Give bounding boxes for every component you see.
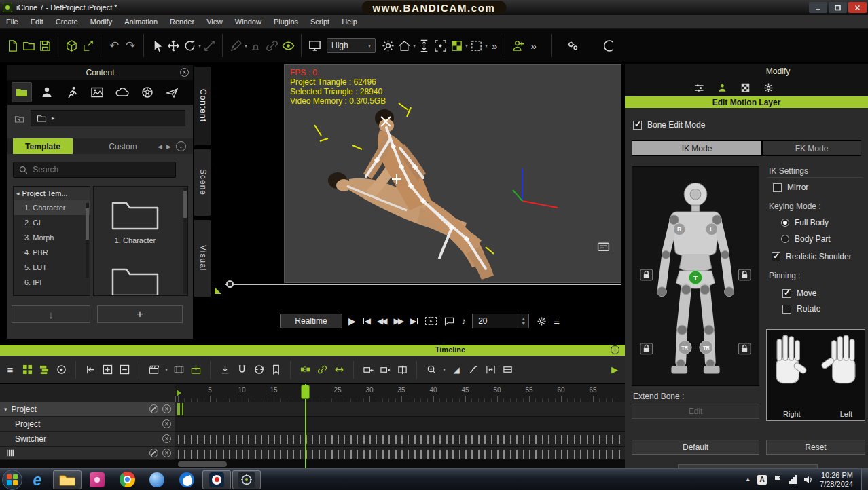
audio-note-icon[interactable]: ♪ (461, 316, 466, 326)
ime-indicator[interactable]: A (757, 475, 767, 485)
split-clip-icon[interactable] (396, 364, 408, 376)
thumbnail-scrollbar[interactable] (183, 188, 187, 294)
track-close-icon[interactable]: × (162, 434, 171, 443)
taskbar-explorer-icon[interactable] (53, 470, 82, 489)
tab-scroll-right-icon[interactable]: ▶ (164, 143, 173, 150)
side-tab-scene[interactable]: Scene (194, 149, 212, 216)
material-picker-icon[interactable] (448, 37, 465, 54)
tree-item-character[interactable]: 1. Character (14, 200, 90, 215)
tree-root[interactable]: ◂ Project Tem... (14, 187, 90, 200)
panel-resize-handle[interactable] (215, 287, 221, 294)
speed-curve-icon[interactable] (467, 364, 480, 376)
taskbar-clock[interactable]: 10:26 PM 7/28/2024 (820, 471, 853, 489)
side-tab-content[interactable]: Content (194, 66, 212, 146)
rotate-tool-icon[interactable] (181, 37, 198, 54)
project-content-icon[interactable] (12, 82, 32, 102)
torso-marker[interactable]: T (689, 271, 702, 284)
scrub-track[interactable] (225, 284, 621, 285)
taskbar-iclone-icon[interactable] (232, 470, 261, 489)
select-tool-icon[interactable] (149, 37, 165, 54)
clapper-caret[interactable]: ▾ (165, 366, 168, 373)
shoulder-marker-right[interactable]: R (673, 223, 685, 235)
timeline-add-icon[interactable]: + (611, 345, 619, 354)
maximize-button[interactable] (829, 2, 847, 13)
menu-file[interactable]: File (0, 18, 24, 26)
folder-up-icon[interactable] (13, 113, 25, 125)
atmosphere-content-icon[interactable] (112, 82, 132, 102)
film-strip-icon[interactable] (173, 364, 185, 376)
track-content[interactable] (175, 402, 625, 417)
play-button[interactable]: ▶ (348, 316, 356, 326)
content-panel-header[interactable]: Content × (7, 65, 193, 80)
shoulder-marker-left[interactable]: L (706, 223, 718, 235)
taskbar-thunderbird-icon[interactable] (173, 470, 201, 489)
menu-render[interactable]: Render (164, 18, 200, 26)
side-tab-visual[interactable]: Visual (194, 219, 212, 297)
link-tool-icon[interactable] (264, 37, 280, 54)
show-desktop-button[interactable] (861, 469, 868, 490)
gizmo-box-icon[interactable] (468, 37, 484, 54)
track-mute-icon[interactable] (149, 404, 158, 413)
tree-scrollbar[interactable] (86, 203, 89, 278)
taskbar-ie-icon[interactable]: e (23, 470, 52, 489)
zoom-timeline-icon[interactable] (425, 364, 437, 376)
track-layers-icon[interactable] (38, 364, 50, 376)
toolbar-overflow-chevron[interactable]: » (492, 40, 496, 52)
dope-sheet-icon[interactable] (55, 364, 67, 376)
body-part-radio[interactable] (781, 235, 789, 243)
full-body-row[interactable]: Full Body (781, 218, 829, 227)
tab-collapse-icon[interactable]: ⌄ (176, 141, 186, 151)
viewport-3d[interactable]: FPS : 0. Project Triangle : 62496 Select… (284, 64, 621, 283)
tree-item-lut[interactable]: 5. LUT (14, 260, 90, 275)
new-project-icon[interactable] (4, 37, 20, 54)
actor-modify-icon[interactable] (716, 81, 728, 94)
stamp-tool-icon[interactable] (247, 37, 264, 54)
frame-value[interactable]: 20 (473, 314, 518, 328)
taskbar-photo-app-icon[interactable] (83, 470, 111, 489)
checker-flag-icon[interactable] (739, 81, 751, 94)
gizmo-dropdown-caret[interactable]: ▾ (485, 43, 488, 49)
track-content[interactable] (175, 417, 625, 432)
menu-help[interactable]: Help (336, 18, 363, 26)
extend-bone-edit-button[interactable]: Edit (632, 404, 759, 419)
collect-clip-icon[interactable] (189, 364, 202, 376)
scale-tool-icon[interactable] (201, 37, 217, 54)
track-list-icon[interactable]: ≡ (4, 364, 16, 376)
full-body-radio[interactable] (781, 219, 789, 227)
modify-panel-header[interactable]: Modify (625, 64, 868, 79)
ik-mode-tab[interactable]: IK Mode (632, 140, 762, 156)
zoom-caret[interactable]: ▾ (443, 366, 446, 373)
action-center-flag-icon[interactable] (774, 475, 782, 484)
menu-window[interactable]: Window (229, 18, 268, 26)
lock-icon[interactable] (738, 343, 751, 354)
search-box[interactable] (13, 162, 176, 178)
reset-button[interactable]: Reset (766, 440, 865, 455)
volume-icon[interactable] (803, 476, 813, 484)
track-close-icon[interactable]: × (162, 449, 171, 457)
link-clip-icon[interactable] (316, 364, 328, 376)
animation-content-icon[interactable] (62, 82, 82, 102)
pack-project-icon[interactable] (63, 37, 79, 54)
actor-overflow-chevron[interactable]: » (530, 40, 535, 52)
hidden-icons-arrow[interactable]: ▲ (745, 476, 751, 483)
tab-scroll-left-icon[interactable]: ◀ (156, 143, 164, 150)
bone-edit-mode-row[interactable]: Bone Edit Mode (633, 120, 705, 130)
search-input[interactable] (33, 165, 171, 174)
visibility-eye-icon[interactable] (280, 37, 296, 54)
tree-item-morph[interactable]: 3. Morph (14, 230, 90, 245)
lock-icon[interactable] (640, 343, 653, 354)
home-view-icon[interactable] (396, 37, 412, 54)
lock-icon[interactable] (640, 269, 653, 280)
menu-modify[interactable]: Modify (84, 18, 118, 26)
timeline-ruler[interactable]: 5 10 15 20 25 30 35 40 45 50 55 60 65 (0, 384, 625, 402)
track-content[interactable] (175, 447, 625, 460)
content-close-icon[interactable]: × (180, 68, 189, 77)
fit-vertical-icon[interactable] (416, 37, 432, 54)
realtime-button[interactable]: Realtime (280, 314, 342, 328)
hand-gesture-picker[interactable]: Right Left (766, 329, 865, 421)
mirror-row[interactable]: Mirror (773, 183, 808, 192)
playlist-icon[interactable]: ≡ (554, 316, 560, 327)
menu-view[interactable]: View (200, 18, 229, 26)
scrub-knob[interactable] (226, 280, 234, 288)
pipeline-gears-icon[interactable] (565, 37, 581, 54)
